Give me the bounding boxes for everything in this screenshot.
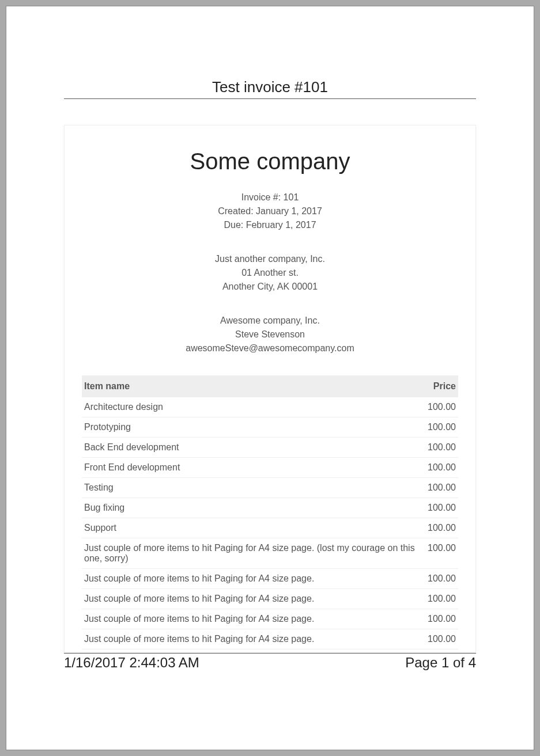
item-price-cell: 100.00	[425, 397, 458, 417]
table-row: Front End development100.00	[82, 458, 458, 478]
col-price: Price	[425, 375, 458, 397]
item-price-cell: 100.00	[425, 518, 458, 538]
item-name-cell: Prototyping	[82, 417, 425, 438]
footer-rule: 1/16/2017 2:44:03 AM Page 1 of 4	[64, 653, 476, 671]
table-row: Prototyping100.00	[82, 417, 458, 438]
to-line1: Awesome company, Inc.	[82, 314, 458, 328]
invoice-due: Due: February 1, 2017	[82, 218, 458, 232]
from-line2: 01 Another st.	[82, 266, 458, 280]
page-header: Test invoice #101	[6, 78, 534, 99]
col-item-name: Item name	[82, 375, 425, 397]
item-name-cell: Testing	[82, 478, 425, 498]
table-row: Just couple of more items to hit Paging …	[82, 589, 458, 609]
company-name: Some company	[82, 149, 458, 174]
item-name-cell: Support	[82, 518, 425, 538]
from-block: Just another company, Inc. 01 Another st…	[82, 252, 458, 294]
item-price-cell: 100.00	[425, 538, 458, 569]
item-name-cell: Just couple of more items to hit Paging …	[82, 569, 425, 589]
item-price-cell: 100.00	[425, 417, 458, 438]
table-row: Just couple of more items to hit Paging …	[82, 629, 458, 649]
item-price-cell: 100.00	[425, 609, 458, 629]
invoice-created: Created: January 1, 2017	[82, 204, 458, 218]
item-name-cell: Back End development	[82, 438, 425, 458]
table-row: Just couple of more items to hit Paging …	[82, 538, 458, 569]
item-name-cell: Front End development	[82, 458, 425, 478]
item-price-cell: 100.00	[425, 458, 458, 478]
to-block: Awesome company, Inc. Steve Stevenson aw…	[82, 314, 458, 355]
item-price-cell: 100.00	[425, 498, 458, 518]
item-price-cell: 100.00	[425, 589, 458, 609]
items-table: Item name Price Architecture design100.0…	[82, 375, 458, 649]
page-footer: 1/16/2017 2:44:03 AM Page 1 of 4	[6, 653, 534, 756]
item-name-cell: Just couple of more items to hit Paging …	[82, 538, 425, 569]
to-line3: awesomeSteve@awesomecompany.com	[82, 341, 458, 355]
item-name-cell: Just couple of more items to hit Paging …	[82, 609, 425, 629]
invoice-card: Some company Invoice #: 101 Created: Jan…	[64, 125, 476, 653]
footer-timestamp: 1/16/2017 2:44:03 AM	[64, 655, 199, 671]
item-price-cell: 100.00	[425, 569, 458, 589]
doc-title: Test invoice #101	[64, 78, 476, 96]
table-row: Just couple of more items to hit Paging …	[82, 609, 458, 629]
to-line2: Steve Stevenson	[82, 328, 458, 341]
item-price-cell: 100.00	[425, 438, 458, 458]
table-row: Just couple of more items to hit Paging …	[82, 569, 458, 589]
invoice-meta: Invoice #: 101 Created: January 1, 2017 …	[82, 191, 458, 232]
footer-page-label: Page 1 of 4	[405, 655, 476, 671]
table-row: Support100.00	[82, 518, 458, 538]
invoice-number: Invoice #: 101	[82, 191, 458, 204]
item-name-cell: Just couple of more items to hit Paging …	[82, 629, 425, 649]
table-header-row: Item name Price	[82, 375, 458, 397]
item-name-cell: Architecture design	[82, 397, 425, 417]
item-name-cell: Just couple of more items to hit Paging …	[82, 589, 425, 609]
item-name-cell: Bug fixing	[82, 498, 425, 518]
table-row: Bug fixing100.00	[82, 498, 458, 518]
page: Test invoice #101 Some company Invoice #…	[6, 6, 534, 750]
from-line3: Another City, AK 00001	[82, 280, 458, 294]
from-line1: Just another company, Inc.	[82, 252, 458, 266]
doc-title-wrap: Test invoice #101	[64, 78, 476, 99]
table-row: Architecture design100.00	[82, 397, 458, 417]
item-price-cell: 100.00	[425, 478, 458, 498]
table-row: Back End development100.00	[82, 438, 458, 458]
table-row: Testing100.00	[82, 478, 458, 498]
item-price-cell: 100.00	[425, 629, 458, 649]
